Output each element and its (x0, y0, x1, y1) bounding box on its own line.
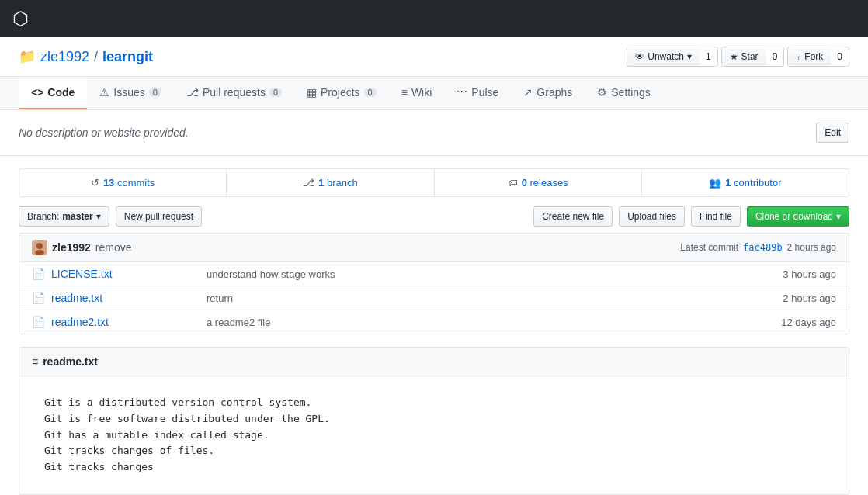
edit-description-button[interactable]: Edit (816, 123, 849, 143)
releases-stat: 🏷 0 releases (435, 169, 642, 196)
tab-projects[interactable]: ▦ Projects 0 (294, 77, 389, 109)
star-count[interactable]: 0 (766, 47, 784, 66)
file-icon-0: 📄 (32, 268, 45, 280)
issues-badge: 0 (149, 88, 161, 97)
commit-time: 2 hours ago (787, 242, 836, 253)
repo-icon: 📁 (19, 48, 36, 65)
clone-dropdown-icon: ▾ (836, 211, 841, 222)
description-bar: No description or website provided. Edit (0, 110, 868, 156)
find-file-button[interactable]: Find file (691, 206, 741, 227)
new-pull-request-button[interactable]: New pull request (116, 206, 202, 227)
file-row: 📄 LICENSE.txt understand how stage works… (19, 262, 849, 286)
fork-icon: ⑂ (796, 51, 801, 62)
projects-badge: 0 (364, 88, 377, 97)
github-logo[interactable]: ⬡ (12, 8, 29, 29)
nav-tabs: <> Code ⚠ Issues 0 ⎇ Pull requests 0 ▦ P… (0, 77, 868, 110)
toolbar-left: Branch: master ▾ New pull request (19, 206, 202, 227)
readme-content: Git is a distributed version control sys… (19, 376, 849, 494)
commit-info: zle1992 remove Latest commit fac489b 2 h… (32, 240, 836, 255)
file-icon-2: 📄 (32, 316, 45, 328)
repo-title: 📁 zle1992 / learngit (19, 48, 153, 65)
star-button[interactable]: ★ Star (722, 47, 766, 66)
user-link[interactable]: zle1992 (40, 49, 89, 65)
commit-sha-link[interactable]: fac489b (743, 242, 783, 253)
fork-button[interactable]: ⑂ Fork (788, 47, 831, 66)
author-avatar (32, 240, 47, 255)
readme-header: ≡ readme.txt (19, 348, 849, 376)
watch-group: 👁 Unwatch ▾ 1 (627, 47, 717, 67)
latest-commit-info: Latest commit fac489b 2 hours ago (680, 242, 836, 253)
commits-icon: ↺ (91, 177, 99, 189)
stats-bar: ↺ 13 commits ⎇ 1 branch 🏷 0 releases 👥 1 (19, 168, 849, 197)
tab-graphs[interactable]: ↗ Graphs (511, 77, 585, 109)
file-link-2[interactable]: readme2.txt (51, 316, 109, 328)
file-toolbar: Branch: master ▾ New pull request Create… (19, 206, 849, 227)
contributors-icon: 👥 (709, 177, 721, 189)
file-message-1: return (207, 292, 759, 304)
tag-icon: 🏷 (508, 177, 518, 189)
file-table: zle1992 remove Latest commit fac489b 2 h… (19, 233, 849, 334)
code-icon: <> (31, 86, 43, 99)
watch-count[interactable]: 1 (700, 47, 717, 66)
main-content: ↺ 13 commits ⎇ 1 branch 🏷 0 releases 👥 1 (0, 156, 868, 495)
eye-icon: 👁 (635, 51, 644, 62)
readme-title: readme.txt (43, 355, 98, 368)
commit-message: remove (95, 241, 132, 254)
commits-stat: ↺ 13 commits (19, 169, 227, 196)
repo-link[interactable]: learngit (102, 49, 153, 65)
pr-badge: 0 (269, 88, 282, 97)
file-link-1[interactable]: readme.txt (51, 292, 102, 304)
settings-icon: ⚙ (597, 86, 607, 99)
star-icon: ★ (730, 51, 738, 62)
separator: / (94, 49, 98, 65)
projects-icon: ▦ (307, 86, 317, 99)
branches-link[interactable]: 1 branch (318, 177, 358, 189)
branches-stat: ⎇ 1 branch (227, 169, 434, 196)
branch-label: Branch: (27, 211, 59, 222)
wiki-icon: ≡ (401, 86, 408, 99)
readme-box: ≡ readme.txt Git is a distributed versio… (19, 347, 849, 495)
issues-icon: ⚠ (99, 86, 109, 99)
file-name-2: readme2.txt (51, 316, 207, 328)
repo-header: 📁 zle1992 / learngit 👁 Unwatch ▾ 1 ★ Sta… (0, 37, 868, 77)
star-group: ★ Star 0 (721, 47, 785, 67)
upload-files-button[interactable]: Upload files (619, 206, 685, 227)
commits-link[interactable]: 13 commits (103, 177, 155, 189)
tab-issues[interactable]: ⚠ Issues 0 (87, 77, 174, 109)
tab-pull-requests[interactable]: ⎇ Pull requests 0 (174, 77, 294, 109)
file-time-1: 2 hours ago (759, 292, 836, 304)
commit-author-link[interactable]: zle1992 (52, 241, 91, 254)
svg-point-1 (36, 243, 43, 249)
file-icon-1: 📄 (32, 292, 45, 304)
file-row: 📄 readme.txt return 2 hours ago (19, 286, 849, 310)
pull-request-icon: ⎇ (186, 86, 199, 99)
tab-pulse[interactable]: 〰 Pulse (444, 77, 511, 109)
fork-count[interactable]: 0 (831, 47, 849, 66)
file-row: 📄 readme2.txt a readme2 file 12 days ago (19, 310, 849, 334)
watch-dropdown-icon: ▾ (687, 51, 692, 62)
file-message-2: a readme2 file (207, 317, 759, 328)
create-new-file-button[interactable]: Create new file (533, 206, 613, 227)
watch-button[interactable]: 👁 Unwatch ▾ (627, 47, 700, 66)
repo-actions: 👁 Unwatch ▾ 1 ★ Star 0 ⑂ Fork 0 (627, 47, 849, 67)
tab-settings[interactable]: ⚙ Settings (585, 77, 663, 109)
commit-header: zle1992 remove Latest commit fac489b 2 h… (19, 234, 849, 262)
file-message-0: understand how stage works (207, 268, 759, 280)
clone-or-download-button[interactable]: Clone or download ▾ (747, 206, 849, 227)
file-link-0[interactable]: LICENSE.txt (51, 268, 113, 280)
contributors-stat: 👥 1 contributor (642, 169, 849, 196)
branch-icon: ⎇ (303, 177, 314, 189)
file-name-0: LICENSE.txt (51, 268, 207, 280)
releases-link[interactable]: 0 releases (522, 177, 568, 189)
branch-name: master (62, 211, 92, 222)
top-nav: ⬡ (0, 0, 868, 37)
toolbar-right: Create new file Upload files Find file C… (533, 206, 849, 227)
file-name-1: readme.txt (51, 292, 207, 304)
tab-code[interactable]: <> Code (19, 77, 87, 109)
graphs-icon: ↗ (523, 86, 533, 99)
tab-wiki[interactable]: ≡ Wiki (389, 77, 445, 109)
contributors-link[interactable]: 1 contributor (725, 177, 781, 189)
file-time-2: 12 days ago (759, 317, 836, 328)
readme-icon: ≡ (32, 355, 38, 368)
branch-selector[interactable]: Branch: master ▾ (19, 206, 109, 227)
